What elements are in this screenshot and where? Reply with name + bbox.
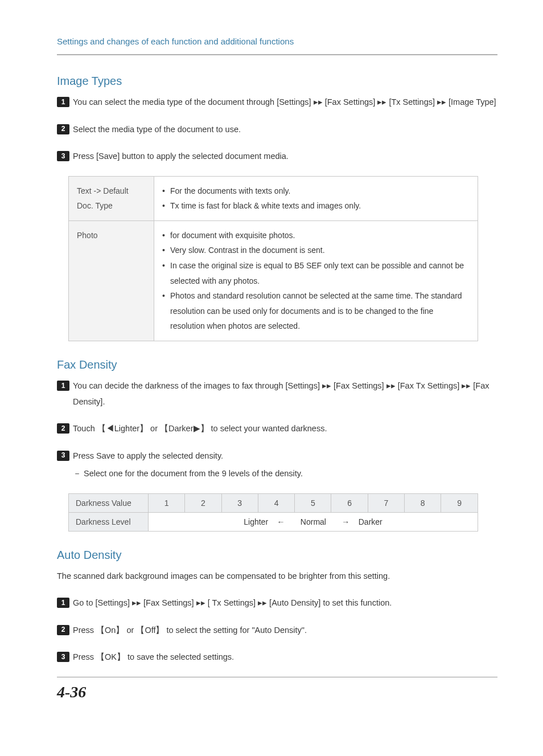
step-number-badge: 3 (57, 652, 69, 662)
running-header: Settings and changes of each function an… (57, 36, 497, 46)
sub-note: － Select one for the document from the 9… (57, 466, 497, 482)
step-text: You can decide the darkness of the image… (73, 378, 497, 410)
step-row: 1 Go to [Settings] ▸▸ [Fax Settings] ▸▸ … (57, 595, 497, 611)
table-header-cell: 5 (295, 493, 331, 512)
table-header-cell: 7 (368, 493, 404, 512)
step-row: 2 Select the media type of the document … (57, 122, 497, 138)
step-row: 3 Press [Save] button to apply the selec… (57, 149, 497, 165)
section-title-image-types: Image Types (57, 75, 497, 88)
list-item: In case the original size is equal to B5… (162, 258, 470, 288)
list-item: Tx time is fast for black & white texts … (162, 198, 470, 214)
table-row: Darkness Level Lighter ← Normal → Darker (69, 512, 478, 531)
step-row: 3 Press 【OK】 to save the selected settin… (57, 649, 497, 665)
step-row: 2 Press 【On】 or 【Off】 to select the sett… (57, 623, 497, 639)
page-number: 4-36 (57, 683, 497, 701)
header-divider (57, 54, 497, 55)
step-text: Press [Save] button to apply the selecte… (73, 149, 497, 165)
step-number-badge: 3 (57, 151, 69, 161)
step-number-badge: 1 (57, 97, 69, 107)
intro-text: The scanned dark background images can b… (57, 569, 497, 585)
step-text: Press 【On】 or 【Off】 to select the settin… (73, 623, 497, 639)
table-header-label: Darkness Value (69, 493, 149, 512)
step-number-badge: 3 (57, 451, 69, 461)
step-number-badge: 1 (57, 381, 69, 391)
table-cell-label: Text -> Default Doc. Type (69, 176, 154, 220)
step-text: Go to [Settings] ▸▸ [Fax Settings] ▸▸ [ … (73, 595, 497, 611)
table-header-cell: 6 (331, 493, 368, 512)
table-row-label: Darkness Level (69, 512, 149, 531)
list-item: for document with exquisite photos. (162, 228, 470, 243)
table-header-cell: 8 (405, 493, 441, 512)
table-header-cell: 2 (185, 493, 221, 512)
step-text: Select the media type of the document to… (73, 122, 497, 138)
table-cell-label: Photo (69, 220, 154, 341)
table-header-cell: 4 (258, 493, 294, 512)
image-types-table: Text -> Default Doc. Type For the docume… (68, 176, 478, 341)
list-item: Photos and standard resolution cannot be… (162, 288, 470, 334)
step-number-badge: 1 (57, 598, 69, 608)
table-cell-content: for document with exquisite photos. Very… (154, 220, 478, 341)
step-row: 1 You can select the media type of the d… (57, 95, 497, 111)
step-number-badge: 2 (57, 423, 69, 434)
table-cell-span: Lighter ← Normal → Darker (149, 512, 478, 531)
table-header-cell: 9 (441, 493, 478, 512)
table-row: Photo for document with exquisite photos… (69, 220, 478, 341)
list-item: For the documents with texts only. (162, 183, 470, 199)
darkness-table: Darkness Value 1 2 3 4 5 6 7 8 9 Darknes… (68, 493, 478, 532)
step-text: Press Save to apply the selected density… (73, 448, 497, 464)
table-row: Text -> Default Doc. Type For the docume… (69, 176, 478, 220)
section-title-fax-density: Fax Density (57, 358, 497, 371)
step-number-badge: 2 (57, 124, 69, 134)
step-row: 2 Touch 【◀Lighter】 or 【Darker▶】 to selec… (57, 421, 497, 437)
step-number-badge: 2 (57, 625, 69, 635)
step-text: You can select the media type of the doc… (73, 95, 497, 111)
step-text: Touch 【◀Lighter】 or 【Darker▶】 to select … (73, 421, 497, 437)
table-row: Darkness Value 1 2 3 4 5 6 7 8 9 (69, 493, 478, 512)
list-item: Very slow. Contrast in the document is s… (162, 243, 470, 258)
section-title-auto-density: Auto Density (57, 549, 497, 562)
footer-divider (57, 677, 497, 677)
step-text: Press 【OK】 to save the selected settings… (73, 649, 497, 665)
table-cell-content: For the documents with texts only. Tx ti… (154, 176, 478, 220)
step-row: 1 You can decide the darkness of the ima… (57, 378, 497, 410)
table-header-cell: 1 (149, 493, 185, 512)
step-row: 3 Press Save to apply the selected densi… (57, 448, 497, 464)
table-header-cell: 3 (221, 493, 258, 512)
